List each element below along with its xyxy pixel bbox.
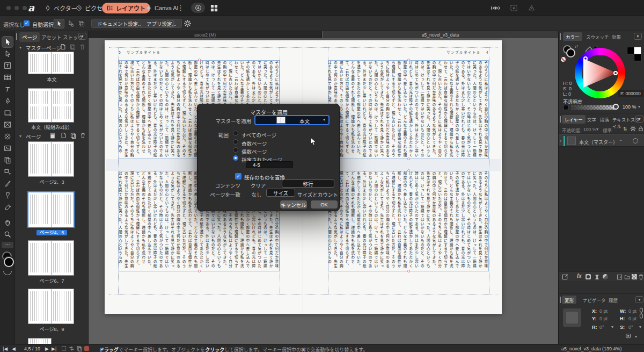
margins-icon[interactable] [166,19,175,28]
hex-value-field[interactable]: #: 000000 [618,90,643,97]
layer-effects-icon[interactable]: fx [577,273,582,279]
layer-expand-icon[interactable]: › [560,138,561,143]
h-value[interactable]: 0 pt [628,316,636,321]
zoom-window-icon[interactable] [23,6,27,10]
frame-text-tool[interactable] [2,60,13,71]
pages-section-chevron[interactable]: ▾ [19,134,21,139]
opacity-zero-swatch[interactable] [563,105,568,110]
previous-spread-button[interactable]: ◀ [12,346,16,351]
add-master-icon[interactable] [60,44,66,50]
window-controls[interactable] [6,6,27,10]
opacity-slider-knob[interactable] [613,104,619,110]
tab-color[interactable]: カラー [563,32,582,41]
master-spread-label[interactable]: 本文 [15,76,89,83]
color-swap-arc-icon[interactable] [3,271,12,275]
apply-master-icon[interactable] [49,132,56,139]
lock-icon[interactable] [638,126,643,132]
gear-icon[interactable] [184,19,192,27]
minimize-window-icon[interactable] [14,6,19,10]
document-tab-active[interactable]: a5_novel_v3_data [323,31,558,38]
recent-swatch-black-2[interactable] [634,54,641,61]
document-settings-button[interactable]: ドキュメント設定... [91,19,148,28]
close-window-icon[interactable] [6,6,11,10]
delete-page-icon[interactable] [80,132,86,139]
r-chevron-icon[interactable]: ▾ [611,325,613,329]
edit-layer-icon[interactable] [562,274,568,280]
spread-label-selected[interactable]: ページ4、5 [15,229,89,236]
frame-handle[interactable] [198,270,201,272]
last-spread-button[interactable]: ▶| [52,346,56,351]
new-group-icon[interactable] [624,274,630,280]
ok-button[interactable]: OK [311,200,338,209]
color-picker-tool[interactable] [2,202,13,213]
master-spread-thumbnail[interactable] [28,89,74,122]
vector-crop-tool[interactable] [2,131,13,142]
mask-layer-icon[interactable] [586,274,591,279]
content-clear-option[interactable]: クリア [248,182,268,189]
delete-master-icon[interactable] [79,44,85,50]
overflow-menu-icon[interactable]: ⋮ [177,4,184,12]
move-into-layer-icon[interactable] [617,274,623,280]
master-spread-label[interactable]: 本文（縦組み2段） [15,124,89,131]
spread-label[interactable]: ページ6、7 [15,277,89,284]
duplicate-master-icon[interactable] [70,44,76,50]
layer-row[interactable]: › 本文（マスター） ~ [559,134,644,147]
preview-mode-icon[interactable] [491,4,500,12]
match-none-option[interactable]: なし [248,191,265,198]
frame-handle[interactable] [407,157,410,160]
style-picker-tool[interactable] [2,190,13,201]
no-color-icon[interactable] [561,57,566,62]
s-value[interactable]: 0° [628,325,633,330]
view-hand-tool[interactable] [2,217,13,228]
zoom-tool[interactable] [2,229,13,240]
transform-mode-button[interactable] [625,333,632,339]
blend-mode-value[interactable]: 標準 [603,127,612,133]
s-chevron-icon[interactable]: ▾ [639,325,641,329]
frame-handle[interactable] [198,59,201,61]
duplicate-spread-icon[interactable] [77,346,82,351]
y-value[interactable]: 0 pt [599,316,608,321]
cancel-button[interactable]: キャンセル [280,200,307,209]
tab-swatches[interactable]: スウォッチ [583,32,612,41]
document-tab-inactive[interactable]: asooi2 (M) [89,31,322,38]
frame-handle[interactable] [407,270,410,272]
fill-layer-icon[interactable] [603,274,608,279]
lasso-select-mode-button[interactable] [65,19,76,28]
transform-mode-chevron-icon[interactable]: ▾ [635,334,637,339]
swap-colors-icon[interactable]: ⇄ [575,44,579,49]
tab-character[interactable]: 文字 [584,115,599,124]
master-section-chevron[interactable]: ▾ [19,45,21,50]
page-range-input[interactable] [246,161,293,168]
pages-tool[interactable] [2,155,13,166]
master-spread-thumbnail[interactable] [28,52,74,74]
studio-presets-button[interactable] [191,3,205,13]
transparency-icon[interactable] [632,274,637,279]
clip-to-canvas-icon[interactable] [510,4,518,12]
text-frame[interactable]: そのうちに私はようやく自分の胸の中で何だか意味のあるような気がしてきた。先生はそ… [328,60,489,159]
opacity-chevron-icon[interactable]: ▾ [638,104,640,109]
picture-frame-tool[interactable] [2,119,13,130]
radio-specified-pages[interactable] [233,155,238,161]
layer-visibility-toggle[interactable] [633,138,638,143]
opacity-slider-track[interactable] [571,105,616,110]
spread-thumbnail[interactable] [28,142,74,176]
add-page-icon[interactable] [61,132,67,139]
replace-existing-checkbox[interactable]: ✓ [235,173,241,179]
delete-layer-icon[interactable] [638,274,644,280]
apps-grid-icon[interactable] [208,3,220,13]
blend-stepper-icon[interactable]: ⇅ [623,126,627,132]
spread-thumbnail-selected[interactable] [28,192,74,227]
spread-label[interactable]: ページ8、9 [15,326,89,333]
vector-brush-tool[interactable] [2,178,13,189]
opacity-dropdown-icon[interactable]: ▾ [596,127,598,132]
fill-color-well[interactable] [4,257,14,267]
app-settings-button[interactable]: アプリ設定... [141,19,182,28]
radio-odd-pages[interactable] [233,139,238,145]
transform-panel-menu-button[interactable]: ▾ [635,296,643,303]
frame-handle[interactable] [407,169,410,172]
match-size-count-option[interactable]: サイズとカウント [297,191,338,198]
duplicate-page-icon[interactable] [70,132,76,139]
text-frame[interactable]: そのうちに私はようやく自分の胸の中で何だか意味のあるような気がしてきた。先生はそ… [328,171,489,271]
fill-color-indicator[interactable] [566,48,575,58]
spread-thumbnail-partial[interactable] [28,339,51,344]
